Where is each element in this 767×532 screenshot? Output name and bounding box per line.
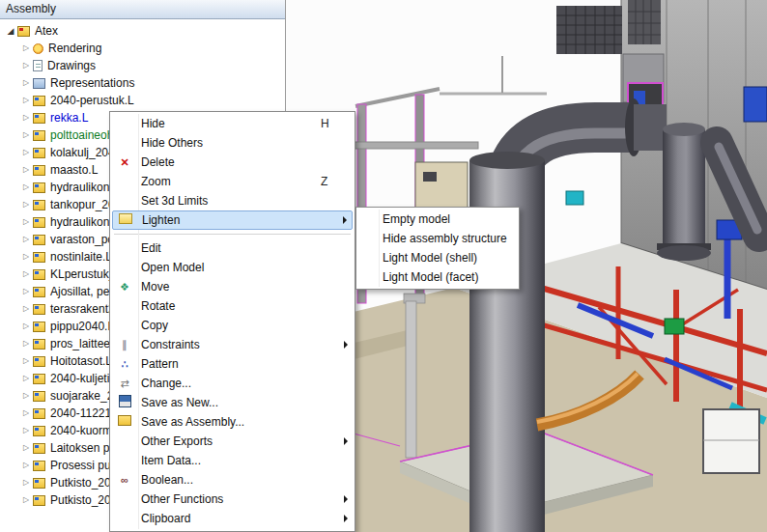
tree-expand-icon[interactable]: ▷: [19, 179, 33, 196]
menu-item-label: Save as New...: [134, 396, 321, 409]
tree-expand-icon[interactable]: ▷: [19, 405, 33, 422]
part-icon: [33, 356, 45, 367]
tree-expand-icon[interactable]: ▷: [19, 457, 33, 474]
tree-expand-icon[interactable]: ▷: [19, 74, 33, 92]
menu-item-rotate[interactable]: Rotate: [112, 296, 353, 316]
part-icon: [33, 322, 45, 332]
tree-item-label: Ajosillat, peri: [50, 283, 116, 300]
menu-item-label: Item Data...: [134, 454, 321, 467]
submenu-item-hide-assembly-structure[interactable]: Hide assembly structure: [358, 229, 517, 248]
menu-item-change[interactable]: ⇄Change...: [112, 374, 353, 393]
tree-expand-icon[interactable]: ▷: [19, 213, 33, 231]
tree-item-atex[interactable]: ◢Atex: [0, 22, 285, 40]
menu-item-edit[interactable]: Edit: [112, 238, 353, 258]
menu-item-clipboard[interactable]: Clipboard: [112, 509, 353, 528]
menu-item-zoom[interactable]: ZoomZ: [112, 172, 353, 191]
submenu-item-light-model-facet[interactable]: Light Model (facet): [358, 267, 517, 287]
menu-item-other-exports[interactable]: Other Exports: [112, 432, 353, 451]
submenu-item-label: Empty model: [373, 212, 512, 226]
tree-expand-icon[interactable]: ▷: [19, 109, 33, 126]
menu-item-lighten[interactable]: Lighten: [112, 210, 353, 230]
tree-collapse-icon[interactable]: ◢: [4, 22, 17, 40]
menu-item-label: Boolean...: [134, 473, 321, 487]
panel-title: Assembly: [6, 2, 56, 15]
tree-expand-icon[interactable]: ▷: [19, 40, 33, 57]
tree-expand-icon[interactable]: ▷: [19, 491, 33, 509]
boolean-icon: ∞: [115, 473, 134, 487]
menu-item-label: Hide: [134, 117, 321, 130]
tree-expand-icon[interactable]: ▷: [19, 300, 33, 318]
delete-icon: ✕: [115, 155, 134, 169]
tree-expand-icon[interactable]: ▷: [19, 231, 33, 248]
tree-expand-icon[interactable]: ▷: [19, 57, 33, 74]
tree-item-drawings[interactable]: ▷Drawings: [0, 57, 285, 74]
menu-item-boolean[interactable]: ∞Boolean...: [112, 470, 353, 490]
submenu-item-empty-model[interactable]: Empty model: [358, 210, 517, 229]
submenu-arrow-icon: [338, 495, 348, 503]
menu-item-other-functions[interactable]: Other Functions: [112, 490, 353, 509]
menu-item-pattern[interactable]: ∴Pattern: [112, 354, 353, 374]
menu-shortcut: Z: [321, 175, 338, 188]
menu-item-hide-others[interactable]: Hide Others: [112, 133, 353, 153]
tree-item-label: nostinlaite.L: [50, 248, 112, 266]
menu-item-label: Rotate: [134, 299, 321, 313]
rendering-icon: [33, 43, 43, 54]
menu-item-copy[interactable]: Copy: [112, 316, 353, 335]
part-icon: [33, 374, 45, 384]
tree-item-label: Putkisto_204: [50, 474, 117, 491]
menu-item-open-model[interactable]: Open Model: [112, 258, 353, 277]
tree-expand-icon[interactable]: ▷: [19, 474, 33, 491]
tree-expand-icon[interactable]: ▷: [19, 144, 33, 161]
menu-item-label: Edit: [134, 241, 321, 255]
representations-icon: [33, 78, 45, 89]
tree-expand-icon[interactable]: ▷: [19, 352, 33, 370]
tree-item-representations[interactable]: ▷Representations: [0, 74, 285, 92]
tree-item-label: hydraulikone: [50, 179, 116, 196]
tree-expand-icon[interactable]: ▷: [19, 161, 33, 179]
tree-expand-icon[interactable]: ▷: [19, 422, 33, 439]
part-icon: [33, 426, 45, 436]
tree-expand-icon[interactable]: ▷: [19, 318, 33, 335]
panel-title-bar[interactable]: Assembly: [0, 0, 285, 19]
submenu-item-light-model-shell[interactable]: Light Model (shell): [358, 248, 517, 267]
menu-item-constraints[interactable]: ∥Constraints: [112, 335, 353, 354]
context-menu: HideHHide Others✕DeleteZoomZSet 3d Limit…: [109, 111, 355, 532]
menu-item-item-data[interactable]: Item Data...: [112, 451, 353, 470]
tree-expand-icon[interactable]: ▷: [19, 370, 33, 387]
tree-expand-icon[interactable]: ▷: [19, 335, 33, 352]
menu-shortcut: H: [321, 117, 338, 130]
tree-item-label: 2040-perustuk.L: [50, 92, 134, 109]
tree-item-rendering[interactable]: ▷Rendering: [0, 40, 285, 57]
part-icon: [33, 252, 45, 263]
tree-item-label: Atex: [35, 22, 58, 40]
tree-expand-icon[interactable]: ▷: [19, 126, 33, 144]
tree-item-label: pippu2040.L: [50, 318, 114, 335]
menu-item-save-as-new[interactable]: Save as New...: [112, 393, 353, 412]
part-icon: [33, 235, 45, 245]
menu-item-label: Zoom: [134, 175, 321, 188]
menu-item-set-3d-limits[interactable]: Set 3d Limits: [112, 191, 353, 210]
tree-item-label: hydraulikone: [50, 213, 116, 231]
menu-item-move[interactable]: ❖Move: [112, 277, 353, 296]
tree-expand-icon[interactable]: ▷: [19, 439, 33, 457]
tree-expand-icon[interactable]: ▷: [19, 387, 33, 405]
tree-expand-icon[interactable]: ▷: [19, 283, 33, 300]
submenu-arrow-icon: [337, 216, 347, 224]
tree-expand-icon[interactable]: ▷: [19, 248, 33, 266]
menu-item-hide[interactable]: HideH: [112, 114, 353, 133]
tree-expand-icon[interactable]: ▷: [19, 92, 33, 109]
tree-item-label: Drawings: [47, 57, 96, 74]
tree-item-label: tankopur_20: [50, 196, 115, 213]
tree-item-label: Laitoksen pä: [50, 439, 116, 457]
menu-item-label: Constraints: [134, 338, 321, 351]
menu-item-delete[interactable]: ✕Delete: [112, 153, 353, 172]
tree-item-label: varaston_por: [50, 231, 118, 248]
change-icon: ⇄: [115, 377, 134, 390]
part-icon: [33, 217, 45, 228]
tree-expand-icon[interactable]: ▷: [19, 196, 33, 213]
tree-expand-icon[interactable]: ▷: [19, 266, 33, 283]
part-icon: [33, 148, 45, 158]
menu-item-save-as-assembly[interactable]: Save as Assembly...: [112, 412, 353, 432]
tree-item-2040-perustuk-l[interactable]: ▷2040-perustuk.L: [0, 92, 285, 109]
menu-item-label: Clipboard: [134, 512, 321, 525]
